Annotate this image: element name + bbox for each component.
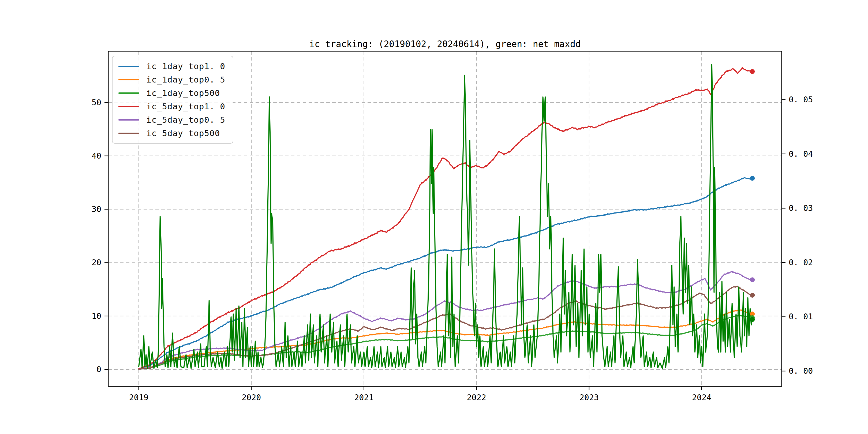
legend-swatch-ic_5day_top500 — [118, 133, 139, 134]
y-left-tick-label: 10 — [92, 311, 101, 321]
x-tick-label: 2019 — [129, 393, 148, 402]
legend-item-ic_1day_top500: ic_1day_top500 — [118, 86, 225, 100]
legend-swatch-ic_1day_top500 — [118, 92, 139, 94]
y-right-tick-label: 0. 01 — [789, 312, 813, 321]
legend-swatch-ic_5day_top1_0 — [118, 106, 139, 107]
x-tick-label: 2022 — [467, 393, 486, 402]
legend-item-ic_1day_top1_0: ic_1day_top1. 0 — [118, 60, 225, 73]
y-left-tick-label: 0 — [96, 365, 101, 374]
legend-item-label: ic_1day_top1. 0 — [146, 61, 225, 71]
x-tick-label: 2020 — [242, 393, 261, 402]
legend-swatch-ic_1day_top1_0 — [118, 66, 139, 67]
end-dots-layer — [750, 69, 755, 322]
y-left-tick-label: 30 — [92, 205, 101, 214]
series-net_maxdd-end-dot — [750, 317, 755, 322]
series-ic_5day_top0_5-end-dot — [750, 277, 755, 282]
legend: ic_1day_top1. 0ic_1day_top0. 5ic_1day_to… — [112, 56, 233, 144]
y-right-tick-label: 0. 05 — [789, 95, 813, 104]
figure: 201920202021202220232024010203040500. 00… — [0, 0, 868, 434]
y-left-tick-label: 20 — [92, 258, 101, 267]
series-ic_1day_top1_0-end-dot — [750, 176, 755, 181]
legend-item-ic_5day_top1_0: ic_5day_top1. 0 — [118, 100, 225, 113]
legend-item-label: ic_1day_top0. 5 — [146, 75, 225, 84]
legend-item-ic_1day_top0_5: ic_1day_top0. 5 — [118, 73, 225, 86]
series-ic_5day_top1_0-end-dot — [750, 69, 755, 74]
legend-item-label: ic_5day_top1. 0 — [146, 101, 225, 111]
y-left-tick-label: 50 — [92, 98, 101, 107]
x-tick-label: 2021 — [354, 393, 373, 402]
y-right-tick-label: 0. 00 — [789, 366, 813, 376]
legend-item-label: ic_5day_top500 — [146, 128, 220, 138]
legend-swatch-ic_1day_top0_5 — [118, 79, 139, 81]
series-ic_5day_top500-end-dot — [750, 293, 755, 298]
y-left-tick-label: 40 — [92, 151, 101, 160]
legend-item-label: ic_5day_top0. 5 — [146, 115, 225, 125]
legend-swatch-ic_5day_top0_5 — [118, 119, 139, 121]
y-right-tick-label: 0. 02 — [789, 258, 813, 267]
x-tick-label: 2023 — [580, 393, 599, 402]
chart-title: ic tracking: (20190102, 20240614), green… — [309, 39, 581, 49]
y-right-tick-label: 0. 04 — [789, 149, 813, 159]
legend-item-ic_5day_top0_5: ic_5day_top0. 5 — [118, 113, 225, 126]
x-tick-label: 2024 — [692, 393, 711, 402]
y-right-tick-label: 0. 03 — [789, 203, 813, 213]
legend-item-ic_5day_top500: ic_5day_top500 — [118, 126, 225, 140]
legend-item-label: ic_1day_top500 — [146, 88, 220, 98]
